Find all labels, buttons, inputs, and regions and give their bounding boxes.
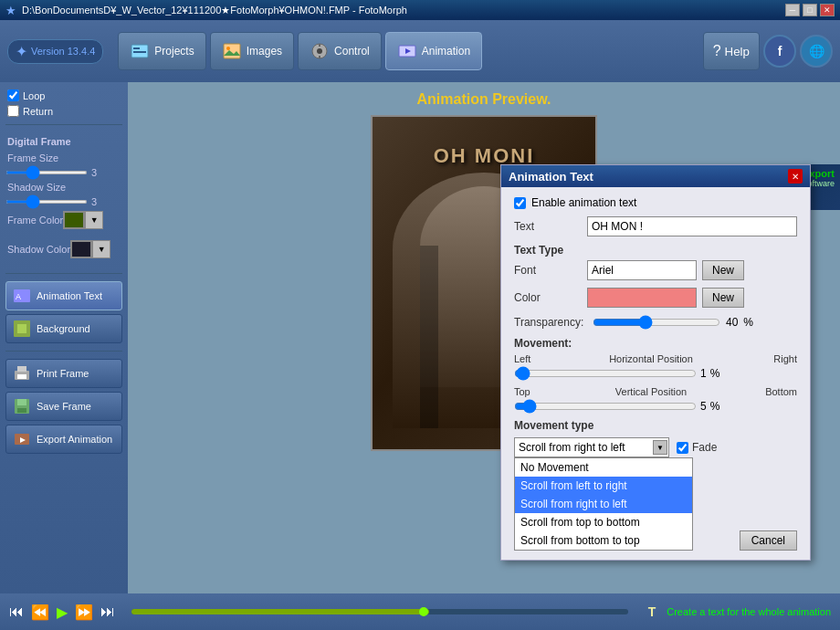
digital-frame-section: Digital Frame <box>7 136 122 147</box>
svg-point-6 <box>317 48 322 54</box>
enable-checkbox[interactable] <box>514 197 526 209</box>
projects-label: Projects <box>154 45 194 58</box>
skip-forward-button[interactable]: ⏭ <box>100 604 115 620</box>
frame-color-label: Frame Color <box>7 215 63 226</box>
dd-top-to-bottom[interactable]: Scroll from top to bottom <box>515 513 692 531</box>
export-animation-icon <box>12 429 32 449</box>
help-button[interactable]: ? Help <box>703 32 760 70</box>
return-label: Return <box>23 106 53 117</box>
shadow-color-label: Shadow Color <box>7 244 70 255</box>
frame-color-pick-btn[interactable]: ▼ <box>85 211 103 229</box>
color-new-button[interactable]: New <box>702 288 744 308</box>
svg-rect-17 <box>17 374 26 379</box>
horiz-pos-labels: Left Horizontal Position Right <box>514 353 797 364</box>
shadow-size-row: 3 <box>5 196 122 207</box>
images-button[interactable]: Images <box>210 32 294 70</box>
movement-type-select[interactable]: Scroll from right to left <box>514 437 669 457</box>
fade-row: Fade <box>677 441 717 454</box>
frame-size-value: 3 <box>91 167 97 178</box>
export-animation-button[interactable]: Export Animation <box>5 425 122 454</box>
horiz-pos-label: Horizontal Position <box>541 353 761 364</box>
color-row: Color New <box>514 288 797 308</box>
font-new-button[interactable]: New <box>702 260 744 280</box>
print-frame-button[interactable]: Print Frame <box>5 359 122 388</box>
minimize-button[interactable]: ─ <box>785 4 800 16</box>
shadow-color-row: Shadow Color ▼ <box>5 240 122 258</box>
toolbar: ✦ Version 13.4.4 Projects Images Control… <box>0 20 840 82</box>
progress-fill <box>131 609 429 614</box>
title-text: D:\BonDocumentsD¥_W_Vector_12¥111200★Fot… <box>22 5 407 16</box>
loop-label: Loop <box>23 90 45 101</box>
sidebar: Loop Return Digital Frame Frame Size 3 S… <box>0 82 128 593</box>
fade-checkbox[interactable] <box>677 442 688 454</box>
transparency-unit: % <box>743 316 753 329</box>
prev-frame-button[interactable]: ⏪ <box>31 604 49 621</box>
help-label: Help <box>725 45 750 58</box>
dd-left-to-right[interactable]: Scroll from left to right <box>515 477 692 495</box>
color-swatch[interactable] <box>587 288 697 308</box>
main-area: Loop Return Digital Frame Frame Size 3 S… <box>0 82 840 593</box>
return-control: Return <box>7 105 122 117</box>
svg-rect-3 <box>224 44 240 58</box>
facebook-button[interactable]: f <box>763 35 796 68</box>
animation-text-dialog: Animation Text ✕ Enable animation text T… <box>500 164 811 561</box>
enable-row: Enable animation text <box>514 196 797 209</box>
shadow-color-swatch[interactable] <box>70 240 92 258</box>
dd-right-to-left[interactable]: Scroll from right to left <box>515 495 692 513</box>
version-text: Version 13.4.4 <box>31 46 95 57</box>
svg-rect-16 <box>17 366 26 372</box>
left-label: Left <box>514 353 541 364</box>
shadow-size-slider[interactable] <box>5 200 88 204</box>
projects-icon <box>130 41 150 61</box>
font-input[interactable] <box>587 260 697 280</box>
horiz-pos-slider[interactable] <box>514 366 697 381</box>
movement-type-select-row: Scroll from right to left ▼ No Movement … <box>514 437 797 457</box>
progress-bar[interactable] <box>131 609 628 614</box>
cancel-button[interactable]: Cancel <box>740 530 797 551</box>
save-frame-label: Save Frame <box>37 401 91 412</box>
text-type-section: Text Type Font New Color New Transparenc… <box>514 244 797 330</box>
dd-bottom-to-top[interactable]: Scroll from bottom to top <box>515 531 692 550</box>
v-value: 5 <box>700 400 707 413</box>
transparency-slider[interactable] <box>593 315 720 330</box>
save-frame-button[interactable]: Save Frame <box>5 392 122 421</box>
right-label: Right <box>761 353 797 364</box>
text-input[interactable] <box>587 216 797 236</box>
frame-color-swatch[interactable] <box>63 211 85 229</box>
progress-dot <box>419 607 428 616</box>
dialog-titlebar: Animation Text ✕ <box>501 165 810 187</box>
close-window-button[interactable]: ✕ <box>820 4 835 16</box>
animation-button[interactable]: Animation <box>385 32 482 70</box>
animation-text-icon: A <box>12 286 32 306</box>
dialog-body: Enable animation text Text Text Type Fon… <box>501 187 810 560</box>
save-frame-icon <box>12 396 32 416</box>
website-button[interactable]: 🌐 <box>800 35 833 68</box>
frame-size-row: 3 <box>5 167 122 178</box>
control-label: Control <box>334 45 370 58</box>
frame-size-slider[interactable] <box>5 171 88 174</box>
control-button[interactable]: Control <box>298 32 382 70</box>
movement-type-row: Movement type <box>514 419 797 432</box>
loop-checkbox[interactable] <box>7 89 19 101</box>
tooltip-icon: T <box>648 604 656 619</box>
next-frame-button[interactable]: ⏩ <box>75 604 93 621</box>
maximize-button[interactable]: □ <box>803 4 817 16</box>
images-label: Images <box>247 45 282 58</box>
vert-pos-slider[interactable] <box>514 399 697 414</box>
shadow-color-pick-btn[interactable]: ▼ <box>92 240 110 258</box>
svg-point-4 <box>226 47 230 50</box>
dd-no-movement[interactable]: No Movement <box>515 458 692 477</box>
fade-label: Fade <box>692 441 717 454</box>
vert-pos-row: 5 % <box>514 399 797 414</box>
app-icon: ★ <box>5 4 16 17</box>
play-button[interactable]: ▶ <box>57 604 68 621</box>
return-checkbox[interactable] <box>7 105 19 117</box>
animation-text-button[interactable]: A Animation Text <box>5 281 122 310</box>
top-label: Top <box>514 386 541 397</box>
dialog-close-button[interactable]: ✕ <box>788 169 803 184</box>
color-label: Color <box>514 291 587 304</box>
background-button[interactable]: Background <box>5 314 122 343</box>
projects-button[interactable]: Projects <box>118 32 205 70</box>
skip-back-button[interactable]: ⏮ <box>9 604 24 620</box>
svg-text:A: A <box>16 292 21 301</box>
